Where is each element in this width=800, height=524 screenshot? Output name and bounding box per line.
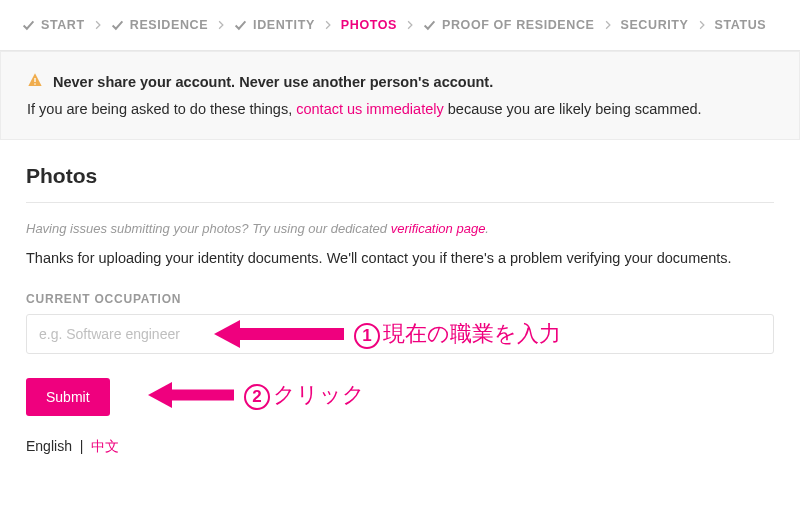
language-switcher: English | 中文 [26,438,774,456]
step-start[interactable]: START [22,18,85,32]
verification-page-link[interactable]: verification page [391,221,486,236]
step-label: IDENTITY [253,18,315,32]
step-label: RESIDENCE [130,18,208,32]
language-chinese[interactable]: 中文 [91,438,119,454]
annotation-2-text: 2クリック [244,380,365,410]
svg-rect-1 [34,83,35,84]
account-warning-alert: Never share your account. Never use anot… [0,51,800,140]
chevron-right-icon [323,20,333,30]
progress-steps: START RESIDENCE IDENTITY PHOTOS PROOF OF… [0,0,800,51]
annotation-2: 2クリック [148,378,365,412]
alert-body: If you are being asked to do these thing… [27,101,773,117]
chevron-right-icon [93,20,103,30]
language-separator: | [80,438,84,454]
step-status[interactable]: STATUS [715,18,767,32]
page-title: Photos [26,164,774,188]
help-text-pre: Having issues submitting your photos? Tr… [26,221,391,236]
occupation-field-wrap: 1現在の職業を入力 [26,314,774,354]
step-label: PHOTOS [341,18,397,32]
check-icon [234,19,247,32]
thanks-message: Thanks for uploading your identity docum… [26,250,774,266]
warning-icon [27,72,43,91]
chevron-right-icon [405,20,415,30]
alert-headline: Never share your account. Never use anot… [27,72,773,91]
step-security[interactable]: SECURITY [621,18,689,32]
check-icon [111,19,124,32]
chevron-right-icon [603,20,613,30]
step-label: STATUS [715,18,767,32]
alert-body-post: because you are likely being scammed. [448,101,702,117]
step-residence[interactable]: RESIDENCE [111,18,208,32]
annotation-2-number: 2 [244,384,270,410]
main-content: Photos Having issues submitting your pho… [0,140,800,472]
step-label: START [41,18,85,32]
check-icon [22,19,35,32]
submit-wrap: Submit 2クリック [26,378,774,416]
occupation-input[interactable] [26,314,774,354]
step-identity[interactable]: IDENTITY [234,18,315,32]
chevron-right-icon [697,20,707,30]
alert-headline-text: Never share your account. Never use anot… [53,74,493,90]
submit-button[interactable]: Submit [26,378,110,416]
chevron-right-icon [216,20,226,30]
check-icon [423,19,436,32]
language-english[interactable]: English [26,438,72,454]
step-photos[interactable]: PHOTOS [341,18,397,32]
alert-body-pre: If you are being asked to do these thing… [27,101,296,117]
step-label: SECURITY [621,18,689,32]
svg-rect-0 [34,78,35,82]
contact-us-link[interactable]: contact us immediately [296,101,443,117]
step-label: PROOF OF RESIDENCE [442,18,594,32]
help-text: Having issues submitting your photos? Tr… [26,221,774,236]
annotation-2-label: クリック [273,382,365,407]
arrow-left-icon [148,378,234,412]
step-proof-of-residence[interactable]: PROOF OF RESIDENCE [423,18,594,32]
divider [26,202,774,203]
help-text-post: . [485,221,489,236]
occupation-label: CURRENT OCCUPATION [26,292,774,306]
